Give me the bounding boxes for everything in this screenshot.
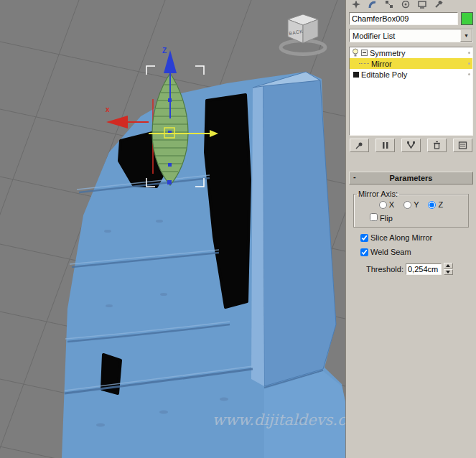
spinner-down-button[interactable] bbox=[444, 269, 453, 275]
slice-along-mirror-option[interactable]: Slice Along Mirror bbox=[360, 233, 432, 242]
show-end-result-button[interactable] bbox=[375, 139, 395, 152]
z-axis-label: Z bbox=[162, 47, 167, 55]
flip-label: Flip bbox=[380, 214, 393, 223]
object-color-swatch[interactable] bbox=[461, 12, 473, 25]
mirror-axis-group-label: Mirror Axis: bbox=[357, 190, 399, 198]
axis-z-label: Z bbox=[438, 200, 443, 209]
axis-y-option[interactable]: Y bbox=[403, 200, 419, 209]
command-panel: Modifier List ▼ Symmetry Mirror bbox=[345, 0, 476, 458]
axis-y-radio[interactable] bbox=[403, 201, 411, 209]
create-tab-icon[interactable] bbox=[351, 1, 361, 10]
weld-seam-row: Weld Seam bbox=[360, 248, 472, 256]
axis-z-option[interactable]: Z bbox=[428, 200, 443, 209]
stack-toolbar bbox=[349, 139, 473, 152]
flip-row: Flip bbox=[370, 213, 465, 223]
lightbulb-icon[interactable] bbox=[352, 48, 359, 58]
viewport-scene[interactable]: Z x BACK bbox=[0, 0, 345, 458]
modifier-list-dropdown[interactable]: Modifier List ▼ bbox=[349, 29, 473, 42]
axis-x-option[interactable]: X bbox=[379, 200, 394, 209]
stack-row-symmetry[interactable]: Symmetry bbox=[350, 47, 472, 58]
3dsmax-window: Z x BACK bbox=[0, 0, 476, 458]
modifier-list-label: Modifier List bbox=[350, 32, 460, 40]
utilities-tab-icon[interactable] bbox=[434, 1, 444, 10]
row-dot bbox=[468, 52, 470, 54]
threshold-label: Threshold: bbox=[366, 265, 403, 274]
modifier-stack[interactable]: Symmetry Mirror Editable Poly bbox=[349, 47, 473, 136]
threshold-spinner bbox=[444, 263, 453, 275]
threshold-row: Threshold: bbox=[366, 263, 472, 275]
flip-checkbox[interactable] bbox=[370, 213, 378, 221]
collapse-box-icon[interactable] bbox=[361, 49, 368, 57]
configure-modifier-sets-button[interactable] bbox=[453, 139, 472, 152]
axis-z-radio[interactable] bbox=[428, 201, 436, 209]
stack-row-label: Mirror bbox=[371, 60, 392, 68]
threshold-input[interactable] bbox=[406, 263, 442, 275]
parameters-rollout-header[interactable]: - Parameters bbox=[349, 172, 473, 184]
object-name-field[interactable] bbox=[349, 12, 458, 25]
stack-row-mirror[interactable]: Mirror bbox=[350, 58, 472, 69]
display-tab-icon[interactable] bbox=[417, 1, 427, 10]
spinner-up-button[interactable] bbox=[444, 263, 453, 268]
x-axis-label: x bbox=[106, 106, 110, 113]
weld-seam-checkbox[interactable] bbox=[360, 248, 368, 256]
rollout-title: Parameters bbox=[390, 174, 433, 182]
modify-tab-icon[interactable] bbox=[368, 1, 378, 10]
stack-row-label: Editable Poly bbox=[361, 70, 407, 79]
object-name-row bbox=[349, 12, 473, 25]
remove-modifier-button[interactable] bbox=[427, 139, 447, 152]
row-dot bbox=[468, 62, 470, 65]
pin-stack-button[interactable] bbox=[350, 139, 369, 152]
mirror-axis-group: Mirror Axis: X Y Z bbox=[353, 190, 469, 228]
stack-row-editable-poly[interactable]: Editable Poly bbox=[350, 69, 472, 80]
dropdown-arrow-icon[interactable]: ▼ bbox=[460, 29, 472, 42]
parameters-rollout-body: Mirror Axis: X Y Z bbox=[349, 184, 473, 275]
weld-seam-label: Weld Seam bbox=[370, 248, 411, 256]
motion-tab-icon[interactable] bbox=[401, 1, 411, 10]
make-unique-button[interactable] bbox=[401, 139, 421, 152]
editable-poly-icon bbox=[353, 72, 359, 78]
slice-along-mirror-row: Slice Along Mirror bbox=[360, 233, 472, 242]
axis-x-label: X bbox=[389, 200, 394, 209]
weld-seam-option[interactable]: Weld Seam bbox=[360, 248, 411, 256]
axis-x-radio[interactable] bbox=[379, 201, 387, 209]
stack-row-label: Symmetry bbox=[370, 49, 406, 57]
flip-option[interactable]: Flip bbox=[370, 213, 393, 223]
command-panel-tabs bbox=[349, 1, 473, 10]
mirror-axis-options: X Y Z bbox=[357, 200, 465, 209]
row-dot bbox=[468, 73, 470, 75]
axis-y-label: Y bbox=[414, 200, 419, 209]
watermark-text: www.dijitaldevs.com bbox=[213, 411, 345, 429]
hierarchy-tab-icon[interactable] bbox=[384, 1, 394, 10]
slice-along-mirror-checkbox[interactable] bbox=[360, 234, 368, 242]
viewport-3d[interactable]: Z x BACK bbox=[0, 0, 345, 458]
tree-connector bbox=[359, 63, 369, 64]
slice-along-mirror-label: Slice Along Mirror bbox=[370, 233, 432, 242]
rollout-collapse-glyph: - bbox=[353, 172, 356, 181]
